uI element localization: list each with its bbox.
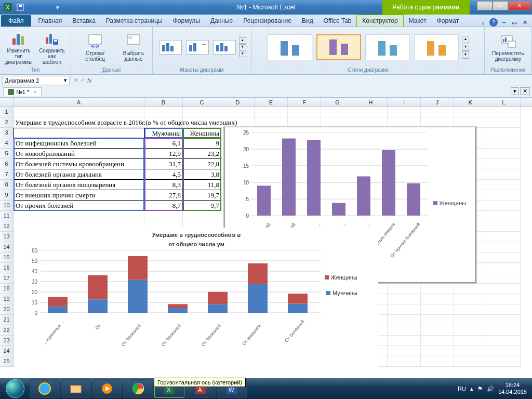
svg-rect-3 [19, 5, 22, 7]
svg-rect-50 [88, 275, 108, 299]
name-box[interactable]: Диаграмма 2▾ [2, 76, 70, 85]
layouts-down-icon[interactable]: ▾ [239, 44, 246, 50]
tabs-close-icon[interactable]: ✕ [520, 87, 530, 95]
excel-icon[interactable]: X [2, 2, 14, 13]
col-header[interactable]: J [421, 98, 454, 107]
svg-rect-38 [382, 150, 395, 216]
styles-up-icon[interactable]: ▴ [462, 36, 469, 43]
taskbar-ie[interactable] [30, 379, 60, 398]
layout-preset[interactable] [159, 40, 182, 55]
chart2-legend-men[interactable]: Мужчины [326, 290, 357, 296]
chart2-legend-women[interactable]: Женщины [325, 274, 357, 281]
maximize-button[interactable]: ▭ [493, 1, 508, 10]
worksheet[interactable]: A B C D E F G H I J K L 12Умершие в труд… [0, 98, 532, 378]
svg-rect-35 [307, 140, 321, 216]
layouts-more-icon[interactable]: ▾ [239, 51, 246, 57]
tab-design[interactable]: Конструктор [356, 15, 403, 26]
tab-insert[interactable]: Вставка [67, 15, 101, 26]
tab-office[interactable]: Office Tab [318, 15, 357, 26]
tabs-dropdown-icon[interactable]: ▾ [511, 87, 519, 95]
fx-icon[interactable]: fx [87, 77, 92, 84]
chart-plot-area[interactable]: 25 20 15 10 5 0 От инфекционных болезней… [251, 132, 428, 216]
col-header[interactable]: B [144, 98, 183, 107]
quick-access-toolbar: X ▾ [0, 2, 63, 13]
ribbon: Изменить тип диаграммы Сохранить как шаб… [0, 27, 532, 75]
tab-page-layout[interactable]: Разметка страницы [101, 15, 168, 26]
doc-minimize-icon[interactable]: ─ [500, 18, 508, 26]
svg-text:A: A [198, 387, 202, 393]
minimize-button[interactable]: ─ [477, 1, 493, 10]
taskbar-chrome[interactable] [123, 379, 153, 398]
start-button[interactable] [1, 378, 29, 399]
help-icon[interactable]: ? [489, 18, 498, 26]
taskbar-media[interactable] [92, 379, 122, 398]
layout-preset[interactable] [213, 40, 236, 55]
tab-data[interactable]: Данные [205, 15, 238, 26]
axis-tooltip: Горизонтальная ось (категорий) [154, 378, 246, 387]
chart2-title: Умершие в трудноспособном вот общего чис… [15, 228, 378, 250]
select-data-icon [125, 33, 142, 49]
tab-formulas[interactable]: Формулы [168, 15, 205, 26]
doc-tab-close-icon[interactable]: × [33, 89, 36, 95]
col-header[interactable]: F [288, 98, 321, 107]
style-preset[interactable] [268, 34, 312, 60]
layouts-up-icon[interactable]: ▴ [239, 37, 246, 44]
tab-format[interactable]: Формат [432, 15, 464, 26]
doc-tab[interactable]: №1 *× [3, 87, 42, 96]
tray-volume-icon[interactable]: 🔊 [487, 385, 494, 392]
chart-object-2[interactable]: Умершие в трудноспособном вот общего чис… [15, 228, 378, 373]
svg-rect-57 [248, 284, 268, 313]
change-chart-type-button[interactable]: Изменить тип диаграммы [3, 29, 34, 66]
col-header[interactable]: I [388, 98, 421, 107]
style-preset[interactable] [365, 34, 410, 60]
move-chart-button[interactable]: Переместить диаграмму [488, 32, 528, 63]
doc-close-icon[interactable]: ✕ [521, 18, 529, 26]
cancel-formula-icon[interactable]: ✕ [74, 77, 78, 84]
svg-rect-53 [168, 308, 188, 313]
tab-file[interactable]: Файл [1, 15, 31, 26]
qat-dropdown-icon[interactable]: ▾ [52, 2, 63, 13]
svg-rect-58 [248, 263, 268, 284]
col-header[interactable]: G [321, 98, 354, 107]
style-preset[interactable] [414, 34, 459, 60]
excel-doc-icon [8, 89, 14, 95]
layout-preset[interactable] [186, 40, 209, 55]
select-data-button[interactable]: Выбрать данные [118, 32, 149, 63]
undo-icon[interactable] [27, 2, 38, 13]
chart-legend[interactable]: Женщины [433, 200, 466, 206]
enter-formula-icon[interactable]: ✓ [81, 77, 85, 84]
column-headers: A B C D E F G H I J K L [0, 98, 532, 107]
tab-home[interactable]: Главная [33, 15, 68, 26]
tray-lang[interactable]: RU [458, 385, 466, 392]
col-header[interactable]: L [487, 98, 521, 107]
chart-data-range-b [144, 138, 183, 211]
tab-review[interactable]: Рецензирование [238, 15, 297, 26]
tray-up-icon[interactable]: ▴ [470, 385, 473, 392]
taskbar-explorer[interactable] [61, 379, 91, 398]
formula-input[interactable] [94, 76, 532, 85]
tab-view[interactable]: Вид [297, 15, 318, 26]
col-header[interactable]: K [454, 98, 487, 107]
doc-restore-icon[interactable]: ▭ [510, 18, 518, 26]
style-preset-selected[interactable] [316, 34, 361, 60]
col-header[interactable]: H [354, 98, 388, 107]
svg-rect-6 [21, 36, 24, 45]
close-button[interactable]: ✕ [508, 1, 531, 10]
svg-point-61 [39, 383, 50, 394]
col-header[interactable]: C [183, 98, 221, 107]
move-chart-icon [500, 33, 516, 49]
styles-more-icon[interactable]: ▾ [462, 51, 469, 59]
col-header[interactable]: D [221, 98, 255, 107]
tray-clock[interactable]: 18:2414.04.2018 [498, 382, 527, 395]
redo-icon[interactable] [39, 2, 51, 13]
save-icon[interactable] [15, 2, 26, 13]
col-header[interactable]: A [14, 98, 144, 107]
name-box-dropdown-icon[interactable]: ▾ [64, 77, 67, 84]
col-header[interactable]: E [255, 98, 288, 107]
styles-down-icon[interactable]: ▾ [462, 44, 469, 51]
minimize-ribbon-icon[interactable]: ▵ [479, 18, 487, 26]
tray-flag-icon[interactable]: ⚑ [477, 385, 483, 392]
tab-layout-chart[interactable]: Макет [404, 15, 432, 26]
save-template-button[interactable]: Сохранить как шаблон [36, 29, 68, 66]
switch-row-col-button[interactable]: Строка/столбец [74, 32, 116, 63]
